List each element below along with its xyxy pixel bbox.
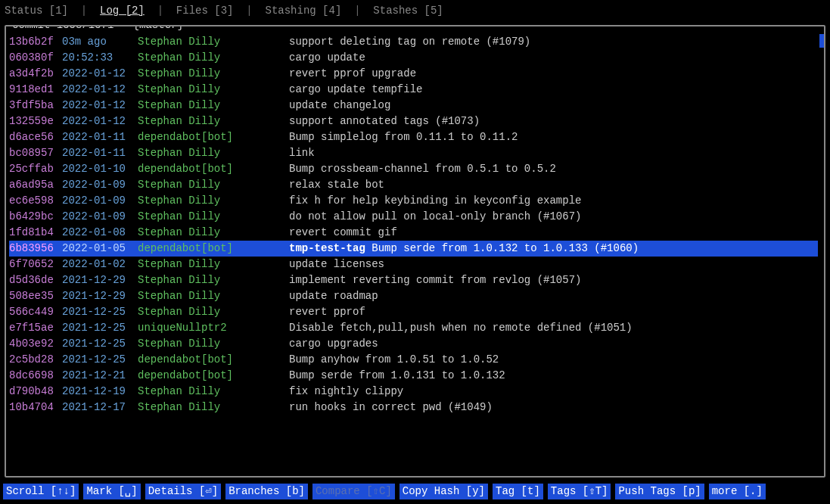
commit-date: 2022-01-02 [62, 257, 138, 272]
commit-date: 03m ago [62, 34, 138, 50]
action-mark[interactable]: Mark [␣] [83, 484, 140, 499]
commit-message-text: Bump crossbeam-channel from 0.5.1 to 0.5… [289, 163, 556, 175]
action-more[interactable]: more [.] [709, 484, 766, 499]
commit-row[interactable]: 8dc66982021-12-21dependabot[bot]Bump ser… [9, 368, 818, 384]
commit-message: fix h for help keybinding in keyconfig e… [289, 193, 581, 209]
commit-hash: 060380f [9, 50, 62, 66]
commit-date: 2021-12-25 [62, 352, 138, 368]
commit-hash: 132559e [9, 114, 62, 129]
commit-row[interactable]: 9118ed12022-01-12Stephan Dillycargo upda… [9, 82, 818, 98]
commit-row[interactable]: 4b03e922021-12-25Stephan Dillycargo upgr… [9, 336, 818, 352]
commit-hash: d5d36de [9, 272, 62, 288]
commit-row[interactable]: 25cffab2022-01-10dependabot[bot]Bump cro… [9, 161, 818, 177]
commit-message: cargo upgrades [289, 336, 378, 352]
commit-author: Stephan Dilly [138, 50, 289, 66]
commit-message-text: revert pprof [289, 306, 365, 318]
commit-author: Stephan Dilly [138, 193, 289, 209]
action-copy[interactable]: Copy Hash [y] [399, 484, 488, 499]
commit-author: Stephan Dilly [138, 272, 289, 288]
commit-message: update licenses [289, 257, 384, 272]
commit-date: 2022-01-05 [62, 241, 138, 257]
tab-stashing[interactable]: Stashing [4] [266, 3, 342, 19]
commit-author: Stephan Dilly [138, 114, 289, 129]
commit-message-text: run hooks in correct pwd (#1049) [289, 401, 493, 413]
commit-author: Stephan Dilly [138, 336, 289, 352]
commit-date: 2022-01-09 [62, 209, 138, 225]
commit-author: Stephan Dilly [138, 257, 289, 272]
commit-message-text: relax stale bot [289, 179, 384, 191]
action-details[interactable]: Details [⏎] [145, 484, 221, 499]
commit-hash: 8dc6698 [9, 368, 62, 384]
commit-row[interactable]: bc089572022-01-11Stephan Dillylink [9, 145, 818, 161]
commit-row[interactable]: 2c5bd282021-12-25dependabot[bot]Bump any… [9, 352, 818, 368]
commit-hash: d6ace56 [9, 129, 62, 145]
commit-row[interactable]: 566c4492021-12-25Stephan Dillyrevert ppr… [9, 304, 818, 320]
commit-author: dependabot[bot] [138, 129, 289, 145]
commit-date: 2021-12-21 [62, 368, 138, 384]
commit-row[interactable]: 132559e2022-01-12Stephan Dillysupport an… [9, 114, 818, 129]
commit-date: 2021-12-25 [62, 304, 138, 320]
commit-hash: 13b6b2f [9, 34, 62, 50]
commit-row[interactable]: 508ee352021-12-29Stephan Dillyupdate roa… [9, 288, 818, 304]
commit-date: 2021-12-25 [62, 336, 138, 352]
commit-message: tmp-test-tag Bump serde from 1.0.132 to … [289, 241, 639, 257]
commit-author: Stephan Dilly [138, 288, 289, 304]
commit-author: dependabot[bot] [138, 241, 289, 257]
commit-hash: bc08957 [9, 145, 62, 161]
action-branches[interactable]: Branches [b] [225, 484, 308, 499]
action-push[interactable]: Push Tags [p] [615, 484, 704, 499]
commit-hash: 6b83956 [9, 241, 62, 257]
tab-stashes[interactable]: Stashes [5] [373, 3, 443, 19]
commit-row[interactable]: 10b47042021-12-17Stephan Dillyrun hooks … [9, 400, 818, 415]
commit-row[interactable]: 3fdf5ba2022-01-12Stephan Dillyupdate cha… [9, 98, 818, 114]
commit-message: relax stale bot [289, 177, 384, 193]
commit-message-text: support deleting tag on remote (#1079) [289, 36, 530, 48]
commit-message: Bump anyhow from 1.0.51 to 1.0.52 [289, 352, 499, 368]
commit-row[interactable]: e7f15ae2021-12-25uniqueNullptr2Disable f… [9, 320, 818, 336]
commit-message-text: Bump simplelog from 0.11.1 to 0.11.2 [289, 131, 518, 143]
commit-message-text: update licenses [289, 258, 384, 270]
commit-author: dependabot[bot] [138, 161, 289, 177]
commit-message-text: link [289, 147, 315, 159]
tab-status[interactable]: Status [1] [5, 3, 68, 19]
commit-hash: a3d4f2b [9, 66, 62, 82]
commit-row[interactable]: a3d4f2b2022-01-12Stephan Dillyrevert ppr… [9, 66, 818, 82]
commit-hash: b6429bc [9, 209, 62, 225]
commit-hash: 2c5bd28 [9, 352, 62, 368]
commit-hash: a6ad95a [9, 177, 62, 193]
commit-row[interactable]: a6ad95a2022-01-09Stephan Dillyrelax stal… [9, 177, 818, 193]
commit-row[interactable]: 6f706522022-01-02Stephan Dillyupdate lic… [9, 257, 818, 272]
action-tag[interactable]: Tag [t] [493, 484, 543, 499]
commit-date: 2021-12-29 [62, 288, 138, 304]
commit-author: uniqueNullptr2 [138, 320, 289, 336]
commit-hash: d790b48 [9, 384, 62, 400]
commit-message-text: support annotated tags (#1073) [289, 115, 480, 127]
commit-date: 2022-01-12 [62, 82, 138, 98]
action-compare: Compare [⇧C] [312, 484, 395, 499]
action-scroll[interactable]: Scroll [↑↓] [3, 484, 79, 499]
commit-date: 2022-01-08 [62, 225, 138, 241]
commit-row[interactable]: 13b6b2f03m agoStephan Dillysupport delet… [9, 34, 818, 50]
commit-message: link [289, 145, 315, 161]
commit-row[interactable]: 060380f20:52:33Stephan Dillycargo update [9, 50, 818, 66]
commit-row[interactable]: d790b482021-12-19Stephan Dillyfix nightl… [9, 384, 818, 400]
commit-author: Stephan Dilly [138, 304, 289, 320]
commit-date: 2022-01-12 [62, 98, 138, 114]
commit-row[interactable]: 1fd81b42022-01-08Stephan Dillyrevert com… [9, 225, 818, 241]
commit-row[interactable]: d6ace562022-01-11dependabot[bot]Bump sim… [9, 129, 818, 145]
commit-row[interactable]: b6429bc2022-01-09Stephan Dillydo not all… [9, 209, 818, 225]
commit-hash: 508ee35 [9, 288, 62, 304]
commit-row[interactable]: d5d36de2021-12-29Stephan Dillyimplement … [9, 272, 818, 288]
commit-hash: e7f15ae [9, 320, 62, 336]
tab-log[interactable]: Log [2] [100, 3, 145, 19]
tab-files[interactable]: Files [3] [176, 3, 234, 19]
scrollbar-thumb[interactable] [819, 34, 824, 48]
commit-row[interactable]: 6b839562022-01-05dependabot[bot]tmp-test… [9, 241, 818, 257]
commit-list[interactable]: 13b6b2f03m agoStephan Dillysupport delet… [6, 26, 824, 476]
commit-hash: ec6e598 [9, 193, 62, 209]
commit-row[interactable]: ec6e5982022-01-09Stephan Dillyfix h for … [9, 193, 818, 209]
commit-hash: 3fdf5ba [9, 98, 62, 114]
commit-message-text: fix h for help keybinding in keyconfig e… [289, 194, 581, 207]
commit-author: Stephan Dilly [138, 145, 289, 161]
action-tags[interactable]: Tags [⇧T] [548, 484, 611, 499]
